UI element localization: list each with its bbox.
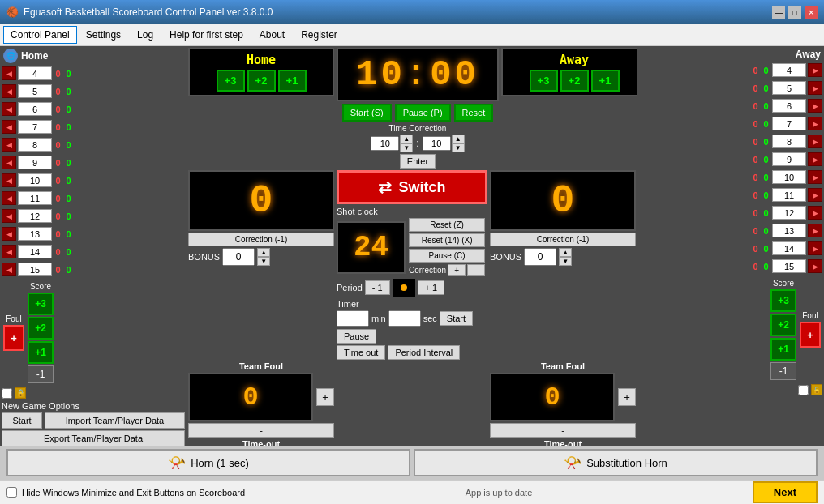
away-bonus-up-button[interactable]: ▲ [559,248,572,257]
minimize-button[interactable]: — [772,6,785,19]
tc2-up-button[interactable]: ▲ [452,135,465,143]
away-add1-button[interactable]: +1 [591,70,620,92]
clock-start-button[interactable]: Start (S) [342,104,392,122]
maximize-button[interactable]: □ [788,6,801,19]
away-player-arrow-7[interactable]: ▶ [808,188,822,202]
period-plus-button[interactable]: + 1 [418,280,445,295]
away-player-arrow-10[interactable]: ▶ [808,241,822,255]
tc1-up-button[interactable]: ▲ [400,135,413,143]
home-player-number-11[interactable] [18,263,52,276]
away-score-plus3-button[interactable]: +3 [770,289,796,312]
away-add3-button[interactable]: +3 [530,70,558,92]
home-player-number-10[interactable] [18,245,52,258]
menu-control-panel[interactable]: Control Panel [3,26,77,44]
home-player-arrow-6[interactable]: ◀ [2,173,16,187]
home-bonus-down-button[interactable]: ▼ [257,257,270,266]
home-player-number-2[interactable] [18,102,52,116]
home-player-number-7[interactable] [18,191,52,205]
period-interval-button[interactable]: Period Interval [388,345,460,360]
start-new-game-button[interactable]: Start [2,412,42,429]
clock-reset-button[interactable]: Reset [454,104,494,122]
home-player-arrow-4[interactable]: ◀ [2,138,16,152]
away-team-foul-minus-button[interactable]: - [490,423,636,438]
export-team-button[interactable]: Export Team/Player Data [2,430,185,446]
clock-pause-button[interactable]: Pause (P) [395,104,451,122]
away-player-number-6[interactable] [772,170,806,184]
away-bonus-down-button[interactable]: ▼ [559,257,572,266]
home-foul-red-button[interactable]: + [3,325,24,351]
away-team-foul-plus-button[interactable]: + [618,388,636,406]
away-player-arrow-8[interactable]: ▶ [808,206,822,220]
switch-button[interactable]: ⇄ Switch [337,170,487,204]
away-player-number-7[interactable] [772,188,806,202]
home-player-number-4[interactable] [18,138,52,152]
away-player-number-2[interactable] [772,99,806,113]
period-minus-button[interactable]: - 1 [365,280,390,295]
home-correction-button[interactable]: Correction (-1) [188,233,334,246]
tc-enter-button[interactable]: Enter [400,154,436,169]
away-player-arrow-4[interactable]: ▶ [808,135,822,148]
home-player-arrow-7[interactable]: ◀ [2,191,16,205]
home-add3-button[interactable]: +3 [217,70,245,92]
away-player-number-10[interactable] [772,241,806,255]
away-player-number-11[interactable] [772,259,806,273]
away-player-number-5[interactable] [772,152,806,166]
away-add2-button[interactable]: +2 [560,70,589,92]
home-add1-button[interactable]: +1 [278,70,307,92]
home-bonus-input[interactable] [222,248,255,266]
away-score-minus1-button[interactable]: -1 [770,362,796,380]
away-checkbox[interactable] [798,385,809,395]
menu-settings[interactable]: Settings [79,26,128,44]
home-player-arrow-9[interactable]: ◀ [2,227,16,241]
shot-clock-plus-button[interactable]: + [448,264,466,276]
away-bonus-input[interactable] [524,248,556,266]
home-player-checkbox[interactable] [2,388,12,399]
next-button[interactable]: Next [753,481,818,503]
away-player-number-8[interactable] [772,206,806,220]
home-player-number-9[interactable] [18,227,52,241]
away-player-arrow-0[interactable]: ▶ [808,63,822,77]
menu-log[interactable]: Log [130,26,161,44]
away-player-arrow-2[interactable]: ▶ [808,99,822,113]
shot-clock-minus-button[interactable]: - [467,264,485,276]
home-team-foul-minus-button[interactable]: - [188,423,334,438]
shot-clock-reset-z-button[interactable]: Reset (Z) [409,218,485,232]
home-player-number-3[interactable] [18,120,52,134]
menu-register[interactable]: Register [294,26,345,44]
home-player-number-8[interactable] [18,209,52,223]
away-player-number-4[interactable] [772,135,806,148]
away-score-plus2-button[interactable]: +2 [770,314,796,336]
shot-clock-pause-button[interactable]: Pause (C) [409,249,485,263]
home-player-arrow-0[interactable]: ◀ [2,66,16,80]
away-player-number-9[interactable] [772,224,806,237]
home-add2-button[interactable]: +2 [247,70,276,92]
home-player-arrow-3[interactable]: ◀ [2,120,16,134]
menu-help[interactable]: Help for first step [162,26,251,44]
away-player-arrow-9[interactable]: ▶ [808,224,822,237]
timeout-button[interactable]: Time out [337,345,385,360]
home-bonus-up-button[interactable]: ▲ [257,248,270,257]
home-player-arrow-5[interactable]: ◀ [2,156,16,169]
home-player-arrow-8[interactable]: ◀ [2,209,16,223]
time-correction-input1[interactable] [371,136,399,151]
away-player-number-0[interactable] [772,63,806,77]
close-button[interactable]: ✕ [805,6,818,19]
home-player-number-6[interactable] [18,173,52,187]
shot-clock-reset14-button[interactable]: Reset (14) (X) [409,233,485,247]
horn-sub-button[interactable]: 📯 Substitution Horn [414,449,818,476]
away-score-plus1-button[interactable]: +1 [770,338,796,361]
away-player-arrow-11[interactable]: ▶ [808,259,822,273]
home-player-number-5[interactable] [18,156,52,169]
timer-sec-input[interactable] [388,310,421,327]
home-score-plus3-button[interactable]: +3 [28,293,54,315]
home-player-arrow-2[interactable]: ◀ [2,102,16,116]
tc2-down-button[interactable]: ▼ [452,143,465,152]
away-player-arrow-1[interactable]: ▶ [808,81,822,95]
home-player-number-0[interactable] [18,66,52,80]
away-correction-button[interactable]: Correction (-1) [490,233,636,246]
home-player-number-1[interactable] [18,84,52,98]
hide-buttons-main-checkbox[interactable] [6,487,17,498]
away-player-arrow-6[interactable]: ▶ [808,170,822,184]
tc1-down-button[interactable]: ▼ [400,143,413,152]
home-score-plus1-button[interactable]: +1 [28,341,54,364]
